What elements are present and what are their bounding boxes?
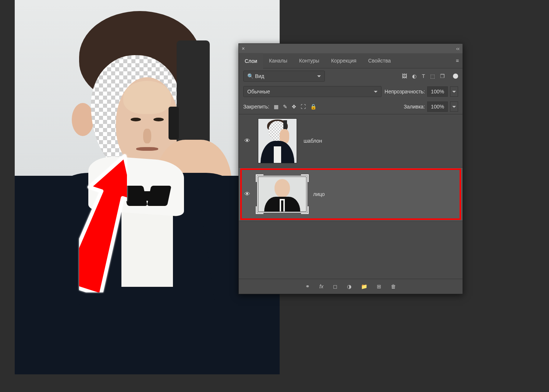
filter-text-icon[interactable]: T: [422, 73, 425, 79]
visibility-icon[interactable]: 👁: [243, 138, 251, 144]
link-layers-icon[interactable]: ⚭: [305, 284, 310, 289]
filter-smart-icon[interactable]: ❐: [440, 73, 445, 79]
visibility-icon[interactable]: 👁: [243, 191, 251, 197]
fill-input[interactable]: 100%: [427, 101, 448, 112]
lock-label: Закрепить:: [243, 104, 269, 110]
lock-artboard-icon[interactable]: ⛶: [301, 104, 306, 110]
collapse-icon[interactable]: ‹‹: [456, 46, 460, 51]
opacity-label: Непрозрачность:: [385, 89, 425, 95]
layer-thumbnail[interactable]: [258, 177, 307, 212]
filter-kind-dropdown[interactable]: 🔍 Вид: [243, 71, 325, 82]
annotation-arrow: [79, 153, 127, 292]
fill-label: Заливка:: [404, 104, 425, 110]
filter-shape-icon[interactable]: ⬚: [430, 73, 435, 79]
close-icon[interactable]: ×: [242, 46, 245, 51]
opacity-dropdown[interactable]: [450, 86, 458, 97]
tab-adjustments[interactable]: Коррекция: [325, 53, 362, 68]
lock-brush-icon[interactable]: ✎: [283, 104, 287, 110]
fill-dropdown[interactable]: [450, 101, 458, 112]
chevron-down-icon: [317, 75, 321, 79]
new-layer-icon[interactable]: ⊞: [377, 284, 381, 289]
svg-marker-0: [79, 153, 127, 292]
lock-position-icon[interactable]: ✥: [292, 104, 296, 110]
blend-mode-dropdown[interactable]: Обычные: [243, 86, 382, 97]
lock-all-icon[interactable]: 🔒: [310, 104, 316, 110]
filter-kind-label: Вид: [255, 73, 264, 79]
layer-thumbnail[interactable]: [258, 118, 297, 163]
tab-paths[interactable]: Контуры: [293, 53, 325, 68]
lock-bar: Закрепить: ▦ ✎ ✥ ⛶ 🔒 Заливка: 100%: [239, 99, 463, 114]
layer-row-template[interactable]: 👁 шаблон: [239, 114, 463, 168]
panel-tabs: Слои Каналы Контуры Коррекция Свойства ≡: [239, 53, 463, 68]
panel-titlebar[interactable]: × ‹‹: [239, 44, 463, 53]
filter-adjust-icon[interactable]: ◐: [412, 73, 417, 79]
delete-layer-icon[interactable]: 🗑: [391, 284, 396, 289]
add-adjustment-icon[interactable]: ◑: [347, 284, 351, 289]
layers-list: 👁 шаблон 👁: [239, 114, 463, 221]
filter-toggle[interactable]: [453, 74, 458, 79]
layer-name[interactable]: лицо: [313, 191, 325, 197]
tab-properties[interactable]: Свойства: [362, 53, 397, 68]
fx-icon[interactable]: fx: [319, 284, 323, 289]
panel-menu-icon[interactable]: ≡: [456, 58, 459, 64]
blend-mode-value: Обычные: [247, 89, 270, 95]
chevron-down-icon: [452, 106, 456, 110]
tab-channels[interactable]: Каналы: [263, 53, 293, 68]
search-icon: 🔍: [247, 73, 254, 79]
blend-bar: Обычные Непрозрачность: 100%: [239, 84, 463, 99]
lock-transparency-icon[interactable]: ▦: [274, 104, 279, 110]
opacity-input[interactable]: 100%: [427, 86, 448, 97]
chevron-down-icon: [452, 91, 456, 95]
new-group-icon[interactable]: 📁: [361, 284, 367, 289]
filter-pixel-icon[interactable]: 🖼: [402, 73, 407, 79]
layer-filter-bar: 🔍 Вид 🖼 ◐ T ⬚ ❐: [239, 68, 463, 84]
layers-panel: × ‹‹ Слои Каналы Контуры Коррекция Свойс…: [238, 43, 463, 294]
layer-name[interactable]: шаблон: [304, 138, 322, 144]
add-mask-icon[interactable]: ◻: [333, 284, 337, 289]
layers-footer: ⚭ fx ◻ ◑ 📁 ⊞ 🗑: [239, 279, 463, 294]
layer-row-face[interactable]: 👁 лицо: [239, 168, 463, 221]
tab-layers[interactable]: Слои: [239, 53, 263, 68]
chevron-down-icon: [374, 91, 378, 95]
